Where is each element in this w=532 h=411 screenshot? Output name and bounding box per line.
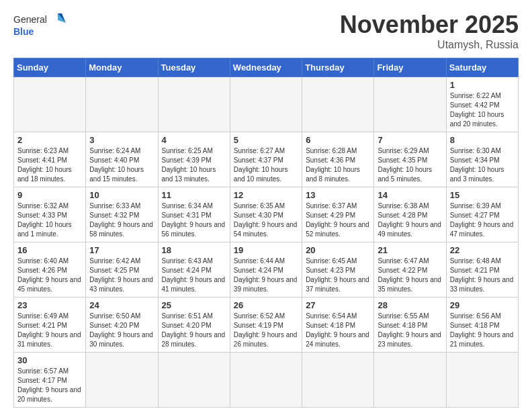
day-number: 30 bbox=[17, 355, 82, 365]
day-cell: 27Sunrise: 6:54 AM Sunset: 4:18 PM Dayli… bbox=[302, 298, 374, 353]
day-cell: 21Sunrise: 6:47 AM Sunset: 4:22 PM Dayli… bbox=[374, 242, 446, 298]
day-headers-row: SundayMondayTuesdayWednesdayThursdayFrid… bbox=[14, 58, 519, 77]
day-number: 28 bbox=[378, 300, 442, 310]
week-row-3: 16Sunrise: 6:40 AM Sunset: 4:26 PM Dayli… bbox=[14, 242, 519, 298]
day-info: Sunrise: 6:57 AM Sunset: 4:17 PM Dayligh… bbox=[17, 367, 82, 404]
day-cell: 30Sunrise: 6:57 AM Sunset: 4:17 PM Dayli… bbox=[14, 353, 86, 408]
day-info: Sunrise: 6:37 AM Sunset: 4:29 PM Dayligh… bbox=[306, 201, 370, 239]
day-info: Sunrise: 6:54 AM Sunset: 4:18 PM Dayligh… bbox=[306, 312, 370, 349]
day-cell: 28Sunrise: 6:55 AM Sunset: 4:18 PM Dayli… bbox=[374, 298, 446, 353]
svg-text:Blue: Blue bbox=[13, 26, 34, 37]
day-cell: 9Sunrise: 6:32 AM Sunset: 4:33 PM Daylig… bbox=[14, 187, 86, 242]
day-number: 6 bbox=[306, 135, 370, 145]
day-info: Sunrise: 6:39 AM Sunset: 4:27 PM Dayligh… bbox=[450, 201, 515, 239]
week-row-2: 9Sunrise: 6:32 AM Sunset: 4:33 PM Daylig… bbox=[14, 187, 519, 242]
week-row-0: 1Sunrise: 6:22 AM Sunset: 4:42 PM Daylig… bbox=[14, 77, 519, 132]
day-number: 13 bbox=[306, 190, 370, 200]
day-cell: 12Sunrise: 6:35 AM Sunset: 4:30 PM Dayli… bbox=[230, 187, 302, 242]
day-cell bbox=[86, 353, 158, 408]
day-info: Sunrise: 6:40 AM Sunset: 4:26 PM Dayligh… bbox=[17, 257, 82, 294]
day-cell bbox=[374, 353, 446, 408]
day-number: 23 bbox=[17, 300, 82, 310]
day-number: 19 bbox=[234, 245, 298, 255]
day-cell bbox=[158, 77, 230, 132]
day-cell bbox=[374, 77, 446, 132]
day-info: Sunrise: 6:25 AM Sunset: 4:39 PM Dayligh… bbox=[162, 146, 226, 184]
day-number: 24 bbox=[89, 300, 154, 310]
day-cell: 3Sunrise: 6:24 AM Sunset: 4:40 PM Daylig… bbox=[86, 132, 158, 187]
day-number: 16 bbox=[17, 245, 82, 255]
day-cell: 26Sunrise: 6:52 AM Sunset: 4:19 PM Dayli… bbox=[230, 298, 302, 353]
day-info: Sunrise: 6:35 AM Sunset: 4:30 PM Dayligh… bbox=[234, 201, 298, 239]
header: General Blue November 2025 Utamysh, Russ… bbox=[13, 11, 519, 51]
col-header-saturday: Saturday bbox=[446, 58, 518, 77]
day-cell: 2Sunrise: 6:23 AM Sunset: 4:41 PM Daylig… bbox=[14, 132, 86, 187]
day-info: Sunrise: 6:44 AM Sunset: 4:24 PM Dayligh… bbox=[234, 257, 298, 294]
day-info: Sunrise: 6:27 AM Sunset: 4:37 PM Dayligh… bbox=[234, 146, 298, 184]
col-header-friday: Friday bbox=[374, 58, 446, 77]
day-cell: 25Sunrise: 6:51 AM Sunset: 4:20 PM Dayli… bbox=[158, 298, 230, 353]
day-cell: 11Sunrise: 6:34 AM Sunset: 4:31 PM Dayli… bbox=[158, 187, 230, 242]
day-number: 3 bbox=[89, 135, 154, 145]
day-cell bbox=[158, 353, 230, 408]
week-row-5: 30Sunrise: 6:57 AM Sunset: 4:17 PM Dayli… bbox=[14, 353, 519, 408]
col-header-tuesday: Tuesday bbox=[158, 58, 230, 77]
generalblue-logo-icon: General Blue bbox=[13, 11, 67, 39]
calendar-table: SundayMondayTuesdayWednesdayThursdayFrid… bbox=[13, 58, 519, 408]
day-info: Sunrise: 6:28 AM Sunset: 4:36 PM Dayligh… bbox=[306, 146, 370, 184]
day-number: 20 bbox=[306, 245, 370, 255]
month-title: November 2025 bbox=[340, 11, 519, 39]
day-info: Sunrise: 6:32 AM Sunset: 4:33 PM Dayligh… bbox=[17, 201, 82, 239]
week-row-4: 23Sunrise: 6:49 AM Sunset: 4:21 PM Dayli… bbox=[14, 298, 519, 353]
day-cell: 15Sunrise: 6:39 AM Sunset: 4:27 PM Dayli… bbox=[446, 187, 518, 242]
day-number: 4 bbox=[162, 135, 226, 145]
svg-text:General: General bbox=[13, 14, 47, 25]
day-number: 10 bbox=[89, 190, 154, 200]
day-info: Sunrise: 6:50 AM Sunset: 4:20 PM Dayligh… bbox=[89, 312, 154, 349]
day-cell: 4Sunrise: 6:25 AM Sunset: 4:39 PM Daylig… bbox=[158, 132, 230, 187]
title-block: November 2025 Utamysh, Russia bbox=[340, 11, 519, 51]
day-info: Sunrise: 6:33 AM Sunset: 4:32 PM Dayligh… bbox=[89, 201, 154, 239]
location: Utamysh, Russia bbox=[340, 39, 519, 51]
day-number: 8 bbox=[450, 135, 515, 145]
day-number: 22 bbox=[450, 245, 515, 255]
logo: General Blue bbox=[13, 11, 67, 39]
day-info: Sunrise: 6:56 AM Sunset: 4:18 PM Dayligh… bbox=[450, 312, 515, 349]
day-cell: 14Sunrise: 6:38 AM Sunset: 4:28 PM Dayli… bbox=[374, 187, 446, 242]
day-number: 27 bbox=[306, 300, 370, 310]
day-number: 12 bbox=[234, 190, 298, 200]
day-number: 18 bbox=[162, 245, 226, 255]
day-cell bbox=[302, 77, 374, 132]
day-info: Sunrise: 6:49 AM Sunset: 4:21 PM Dayligh… bbox=[17, 312, 82, 349]
day-info: Sunrise: 6:52 AM Sunset: 4:19 PM Dayligh… bbox=[234, 312, 298, 349]
page: General Blue November 2025 Utamysh, Russ… bbox=[0, 0, 532, 411]
day-cell bbox=[14, 77, 86, 132]
day-cell: 24Sunrise: 6:50 AM Sunset: 4:20 PM Dayli… bbox=[86, 298, 158, 353]
day-cell: 23Sunrise: 6:49 AM Sunset: 4:21 PM Dayli… bbox=[14, 298, 86, 353]
day-cell bbox=[230, 353, 302, 408]
day-cell: 13Sunrise: 6:37 AM Sunset: 4:29 PM Dayli… bbox=[302, 187, 374, 242]
day-info: Sunrise: 6:23 AM Sunset: 4:41 PM Dayligh… bbox=[17, 146, 82, 184]
day-cell bbox=[446, 353, 518, 408]
day-info: Sunrise: 6:47 AM Sunset: 4:22 PM Dayligh… bbox=[378, 257, 442, 294]
day-info: Sunrise: 6:30 AM Sunset: 4:34 PM Dayligh… bbox=[450, 146, 515, 184]
day-info: Sunrise: 6:29 AM Sunset: 4:35 PM Dayligh… bbox=[378, 146, 442, 184]
day-number: 21 bbox=[378, 245, 442, 255]
day-info: Sunrise: 6:51 AM Sunset: 4:20 PM Dayligh… bbox=[162, 312, 226, 349]
day-cell bbox=[302, 353, 374, 408]
day-number: 14 bbox=[378, 190, 442, 200]
day-cell: 10Sunrise: 6:33 AM Sunset: 4:32 PM Dayli… bbox=[86, 187, 158, 242]
day-info: Sunrise: 6:42 AM Sunset: 4:25 PM Dayligh… bbox=[89, 257, 154, 294]
day-cell bbox=[86, 77, 158, 132]
day-number: 15 bbox=[450, 190, 515, 200]
day-cell: 6Sunrise: 6:28 AM Sunset: 4:36 PM Daylig… bbox=[302, 132, 374, 187]
day-cell: 5Sunrise: 6:27 AM Sunset: 4:37 PM Daylig… bbox=[230, 132, 302, 187]
day-cell: 29Sunrise: 6:56 AM Sunset: 4:18 PM Dayli… bbox=[446, 298, 518, 353]
col-header-wednesday: Wednesday bbox=[230, 58, 302, 77]
day-number: 7 bbox=[378, 135, 442, 145]
day-cell: 8Sunrise: 6:30 AM Sunset: 4:34 PM Daylig… bbox=[446, 132, 518, 187]
day-cell bbox=[230, 77, 302, 132]
day-info: Sunrise: 6:45 AM Sunset: 4:23 PM Dayligh… bbox=[306, 257, 370, 294]
day-cell: 18Sunrise: 6:43 AM Sunset: 4:24 PM Dayli… bbox=[158, 242, 230, 298]
day-number: 25 bbox=[162, 300, 226, 310]
